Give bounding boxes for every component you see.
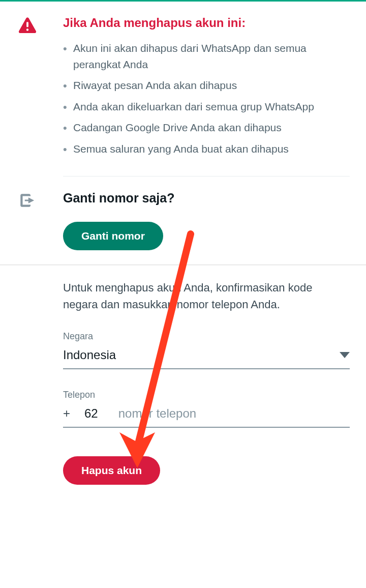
form-instruction: Untuk menghapus akun Anda, konfirmasikan… (63, 279, 350, 313)
warning-list: Akun ini akan dihapus dari WhatsApp dan … (63, 40, 350, 157)
svg-rect-0 (26, 22, 28, 27)
warning-title: Jika Anda menghapus akun ini: (63, 16, 350, 30)
delete-form-section: Untuk menghapus akun Anda, konfirmasikan… (0, 265, 366, 499)
delete-account-button[interactable]: Hapus akun (63, 456, 160, 485)
change-number-title: Ganti nomor saja? (63, 191, 350, 205)
country-code: 62 (84, 406, 98, 421)
plus-sign: + (63, 406, 70, 421)
phone-row: + 62 (63, 406, 350, 428)
change-number-button[interactable]: Ganti nomor (63, 222, 163, 250)
warning-section: Jika Anda menghapus akun ini: Akun ini a… (0, 2, 366, 176)
warning-item: Semua saluran yang Anda buat akan dihapu… (63, 141, 350, 157)
dropdown-icon (340, 352, 350, 358)
warning-item: Anda akan dikeluarkan dari semua grup Wh… (63, 99, 350, 115)
change-number-section: Ganti nomor saja? Ganti nomor (0, 177, 366, 264)
country-value: Indonesia (63, 348, 116, 362)
phone-input[interactable] (118, 406, 350, 421)
svg-point-1 (26, 28, 28, 31)
warning-item: Akun ini akan dihapus dari WhatsApp dan … (63, 40, 350, 72)
country-select[interactable]: Indonesia (63, 348, 350, 369)
country-label: Negara (63, 331, 350, 342)
warning-icon (18, 17, 63, 33)
change-number-icon (18, 192, 63, 209)
phone-label: Telepon (63, 390, 350, 400)
warning-item: Cadangan Google Drive Anda akan dihapus (63, 120, 350, 136)
warning-item: Riwayat pesan Anda akan dihapus (63, 77, 350, 94)
